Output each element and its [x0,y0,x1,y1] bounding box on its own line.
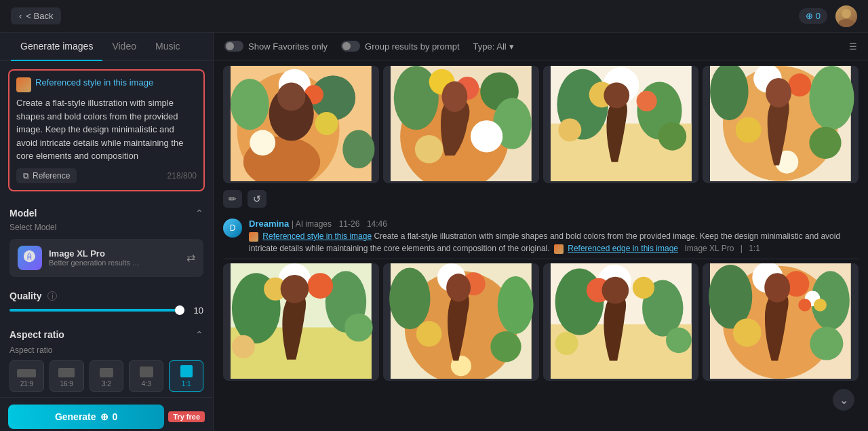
credit-count: 0 [816,11,821,21]
aspect-btn-21-9[interactable]: 21:9 [9,360,44,392]
svg-point-53 [281,275,309,303]
favorites-toggle[interactable] [224,41,243,52]
svg-point-52 [232,335,255,358]
group-toggle[interactable] [341,41,360,52]
svg-point-41 [810,127,842,159]
model-chevron-icon: ⌃ [195,208,203,219]
tabs: Generate images Video Music [0,33,213,61]
regenerate-button[interactable]: ↺ [248,190,267,208]
image-row-1 [223,66,859,183]
reference-icon: ⧉ [23,171,29,181]
model-icon: 🅐 [18,246,42,270]
section-divider [223,259,859,259]
type-filter[interactable]: Type: All ▾ [473,41,514,52]
gen-category: AI images [296,219,332,229]
image-scroll-area[interactable]: ✏ ↺ D Dreamina | AI images 11-26 14:46 [214,60,868,431]
svg-point-43 [766,78,791,107]
aspect-shape-1-1 [180,365,193,377]
model-section: Model ⌃ Select Model 🅐 Image XL Pro Bett… [0,200,213,282]
quality-slider[interactable] [9,309,184,312]
reference-button[interactable]: ⧉ Reference [16,168,77,183]
generation-info-1: D Dreamina | AI images 11-26 14:46 Refer… [223,213,859,257]
gen-meta-row: Dreamina | AI images 11-26 14:46 [249,219,859,229]
gen-avatar-1: D [223,219,242,238]
aspect-btn-1-1[interactable]: 1:1 [169,360,203,392]
svg-point-23 [441,81,467,112]
grid-view-icon[interactable]: ☰ [849,41,857,52]
prompt-reference-thumb [16,77,31,92]
prompt-style-label: Referenced style in this image [35,77,153,88]
aspect-btn-16-9[interactable]: 16:9 [50,360,84,392]
tab-music[interactable]: Music [146,33,190,61]
svg-point-11 [342,130,374,168]
gen-service-name: Dreamina [249,219,289,229]
aspect-shape-4-3 [140,367,153,377]
edit-button[interactable]: ✏ [223,190,242,208]
svg-point-81 [810,327,844,360]
generate-credit-count: 0 [113,411,118,422]
svg-point-10 [315,112,338,135]
aspect-shape-21-9 [17,369,36,377]
avatar[interactable] [835,5,857,27]
image-cell-2-4[interactable] [703,263,859,381]
scroll-down-button[interactable]: ⌄ [833,389,854,411]
back-icon: ‹ [19,11,22,21]
aspect-sub-label: Aspect ratio [9,345,203,355]
back-label: < Back [26,11,53,21]
gen-ref-edge-link[interactable]: Referenced edge in this image [568,244,678,253]
model-sub-label: Select Model [9,223,203,232]
back-button[interactable]: ‹ < Back [11,7,61,24]
main-layout: Generate images Video Music Referenced s… [0,33,868,431]
aspect-options: 21:9 16:9 3:2 4:3 1:1 [9,360,203,392]
action-bar-1: ✏ ↺ [223,187,859,213]
filter-favorites[interactable]: Show Favorites only [224,41,328,52]
top-bar: ‹ < Back ⊕ 0 [0,0,868,33]
tab-video[interactable]: Video [102,33,146,61]
generate-label: Generate [55,411,96,422]
aspect-ratio-header[interactable]: Aspect ratio ⌃ [9,329,203,340]
svg-point-13 [277,83,306,111]
svg-point-31 [558,118,581,141]
image-cell-1-1[interactable] [223,66,379,183]
image-cell-1-4[interactable] [703,66,859,183]
svg-point-61 [490,331,521,362]
svg-point-40 [736,117,762,143]
image-cell-1-2[interactable] [383,66,539,183]
aspect-btn-4-3[interactable]: 4:3 [129,360,163,392]
svg-point-9 [250,130,275,155]
gen-ref-style-link[interactable]: Referenced style in this image [262,231,372,241]
svg-point-84 [814,299,827,312]
gen-ratio-tag: 1:1 [749,244,760,253]
svg-point-70 [632,277,654,299]
svg-point-83 [799,299,812,312]
gen-ref-edge-thumb-small [554,244,564,254]
generate-button[interactable]: Generate ⊕ 0 [8,405,164,429]
svg-point-1 [838,19,854,27]
svg-point-37 [810,66,854,130]
svg-point-63 [446,274,471,302]
prompt-area: Referenced style in this image Create a … [8,69,205,191]
model-switch-icon[interactable]: ⇄ [186,251,195,264]
quality-header: Quality i [9,291,203,301]
image-cell-2-3[interactable] [543,263,699,381]
model-info: 🅐 Image XL Pro Better generation results… [18,246,144,270]
generate-row: Generate ⊕ 0 Try free [0,397,213,432]
prompt-body-text[interactable]: Create a flat-style illustration with si… [16,96,197,163]
svg-point-72 [555,332,578,355]
aspect-btn-3-2[interactable]: 3:2 [90,360,124,392]
tab-generate-images[interactable]: Generate images [11,33,102,61]
aspect-chevron-icon: ⌃ [195,329,203,340]
image-cell-1-3[interactable] [543,66,699,183]
filter-bar: Show Favorites only Group results by pro… [214,33,868,60]
gen-ref-thumb-small [249,232,258,242]
gen-date: 11-26 [339,219,360,229]
model-card[interactable]: 🅐 Image XL Pro Better generation results… [9,239,203,277]
type-label: Type: All [473,41,507,52]
char-count: 218/800 [167,171,197,181]
image-cell-2-2[interactable] [383,263,539,381]
filter-group-prompt[interactable]: Group results by prompt [341,41,459,52]
prompt-footer: ⧉ Reference 218/800 [16,168,197,183]
model-section-header[interactable]: Model ⌃ [9,208,203,219]
svg-point-39 [788,73,811,96]
image-cell-2-1[interactable] [223,263,379,381]
